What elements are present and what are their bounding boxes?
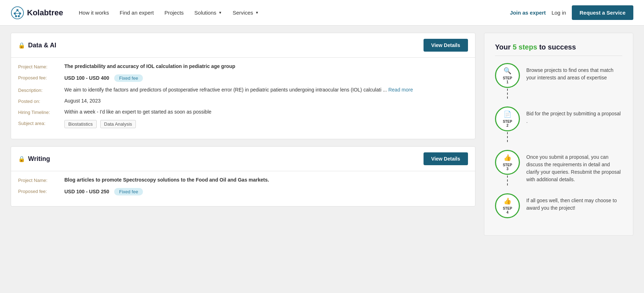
view-details-button-1[interactable]: View Details (424, 39, 468, 52)
posted-on-value-1: August 14, 2023 (64, 98, 468, 104)
steps-title: Your 5 steps to success (495, 43, 622, 56)
right-panel: Your 5 steps to success 🔍 STEP1 Browse p… (484, 33, 633, 236)
steps-title-prefix: Your (495, 43, 513, 51)
hiring-timeline-label-1: Hiring Timeline: (18, 109, 64, 115)
navbar: Kolabtree How it works Find an expert Pr… (0, 0, 644, 26)
step-1-label: STEP1 (503, 76, 512, 84)
fee-amount-1: USD 100 - USD 400 (64, 75, 109, 81)
step-connector-1 (507, 89, 508, 99)
description-label-1: Description: (18, 87, 64, 93)
step-item-1: 🔍 STEP1 Browse projects to find ones tha… (495, 63, 622, 99)
nav-find-expert[interactable]: Find an expert (115, 7, 159, 19)
step-3-label: STEP3 (503, 163, 512, 171)
project-name-label-2: Project Name: (18, 177, 64, 183)
project-name-value-1: The predictability and accuracy of IOL c… (64, 63, 468, 69)
lock-icon-2: 🔒 (18, 156, 25, 162)
card-category-1: Data & AI (28, 42, 56, 49)
step-text-4: If all goes well, then client may choose… (526, 193, 622, 212)
svg-line-6 (15, 10, 17, 14)
left-panel: 🔒 Data & AI View Details Project Name: T… (11, 33, 475, 236)
card-body-2: Project Name: Blog articles to promote S… (11, 171, 475, 206)
step-3-icon: 👍 (504, 154, 511, 162)
field-row-posted-1: Posted on: August 14, 2023 (18, 98, 468, 104)
fixed-fee-badge-1: Fixed fee (114, 74, 143, 82)
card-header-1: 🔒 Data & AI View Details (11, 33, 475, 58)
request-service-button[interactable]: Request a Service (572, 5, 633, 20)
step-circle-wrap-1: 🔍 STEP1 (495, 63, 520, 99)
nav-right: Join as expert Log in Request a Service (510, 5, 633, 20)
step-text-3: Once you submit a proposal, you can disc… (526, 150, 622, 183)
step-circle-3: 👍 STEP3 (495, 150, 520, 175)
card-header-2: 🔒 Writing View Details (11, 147, 475, 171)
view-details-button-2[interactable]: View Details (424, 152, 468, 165)
read-more-link-1[interactable]: Read more (388, 87, 413, 93)
step-circle-1: 🔍 STEP1 (495, 63, 520, 88)
services-chevron-icon: ▼ (255, 11, 259, 15)
step-2-label: STEP2 (503, 120, 512, 127)
step-circle-4: 👍 STEP4 (495, 193, 520, 218)
field-row-tags-1: Subject area: Biostatistics Data Analysi… (18, 120, 468, 128)
nav-how-it-works[interactable]: How it works (74, 7, 114, 19)
hiring-timeline-value-1: Within a week - I'd like an expert to ge… (64, 109, 468, 115)
svg-line-7 (17, 10, 20, 14)
step-text-1: Browse projects to find ones that match … (526, 63, 622, 82)
join-expert-link[interactable]: Join as expert (510, 10, 546, 16)
project-name-label-1: Project Name: (18, 63, 64, 69)
logo-icon (11, 6, 24, 20)
logo-text: Kolabtree (27, 8, 63, 17)
steps-highlight: 5 steps (513, 43, 537, 51)
proposed-fee-value-1: USD 100 - USD 400 Fixed fee (64, 74, 468, 82)
card-title-1: 🔒 Data & AI (18, 42, 56, 49)
fee-amount-2: USD 100 - USD 250 (64, 189, 109, 194)
login-link[interactable]: Log in (552, 10, 566, 16)
nav-services[interactable]: Services ▼ (228, 7, 264, 19)
nav-links: How it works Find an expert Projects Sol… (74, 7, 510, 19)
lock-icon-1: 🔒 (18, 42, 25, 49)
step-4-icon: 👍 (504, 197, 511, 205)
project-card-2: 🔒 Writing View Details Project Name: Blo… (11, 146, 475, 206)
step-item-4: 👍 STEP4 If all goes well, then client ma… (495, 193, 622, 218)
tag-data-analysis: Data Analysis (100, 120, 136, 128)
step-circle-2: 📄 STEP2 (495, 106, 520, 131)
subject-area-tags-1: Biostatistics Data Analysis (64, 120, 468, 128)
nav-projects[interactable]: Projects (159, 7, 188, 19)
solutions-chevron-icon: ▼ (218, 11, 222, 15)
step-circle-wrap-4: 👍 STEP4 (495, 193, 520, 218)
field-row-fee-1: Proposed fee: USD 100 - USD 400 Fixed fe… (18, 74, 468, 82)
card-body-1: Project Name: The predictability and acc… (11, 58, 475, 139)
project-card-1: 🔒 Data & AI View Details Project Name: T… (11, 33, 475, 139)
step-connector-2 (507, 132, 508, 142)
project-name-value-2: Blog articles to promote Spectroscopy so… (64, 177, 468, 183)
subject-area-label-1: Subject area: (18, 120, 64, 126)
nav-solutions[interactable]: Solutions ▼ (190, 7, 227, 19)
step-text-2: Bid for the project by submitting a prop… (526, 106, 622, 125)
step-circle-wrap-2: 📄 STEP2 (495, 106, 520, 143)
tag-biostatistics: Biostatistics (64, 120, 97, 128)
svg-point-0 (11, 6, 23, 19)
field-row-project-name-1: Project Name: The predictability and acc… (18, 63, 468, 69)
proposed-fee-value-2: USD 100 - USD 250 Fixed fee (64, 188, 468, 195)
description-text-1: We aim to identify the factors and predi… (64, 87, 387, 93)
description-value-1: We aim to identify the factors and predi… (64, 87, 468, 93)
step-1-icon: 🔍 (504, 67, 511, 75)
posted-on-label-1: Posted on: (18, 98, 64, 104)
fixed-fee-badge-2: Fixed fee (114, 188, 143, 195)
step-2-icon: 📄 (504, 110, 511, 118)
steps-title-suffix: to success (537, 43, 576, 51)
field-row-fee-2: Proposed fee: USD 100 - USD 250 Fixed fe… (18, 188, 468, 195)
field-row-hiring-1: Hiring Timeline: Within a week - I'd lik… (18, 109, 468, 115)
step-item-2: 📄 STEP2 Bid for the project by submittin… (495, 106, 622, 143)
step-item-3: 👍 STEP3 Once you submit a proposal, you … (495, 150, 622, 186)
proposed-fee-label-2: Proposed fee: (18, 188, 64, 194)
main-layout: 🔒 Data & AI View Details Project Name: T… (0, 26, 644, 243)
step-connector-3 (507, 176, 508, 185)
step-4-label: STEP4 (503, 206, 512, 214)
field-row-description-1: Description: We aim to identify the fact… (18, 87, 468, 93)
proposed-fee-label-1: Proposed fee: (18, 74, 64, 80)
card-category-2: Writing (28, 155, 50, 163)
card-title-2: 🔒 Writing (18, 155, 50, 163)
field-row-project-name-2: Project Name: Blog articles to promote S… (18, 177, 468, 183)
step-circle-wrap-3: 👍 STEP3 (495, 150, 520, 186)
logo[interactable]: Kolabtree (11, 6, 63, 20)
